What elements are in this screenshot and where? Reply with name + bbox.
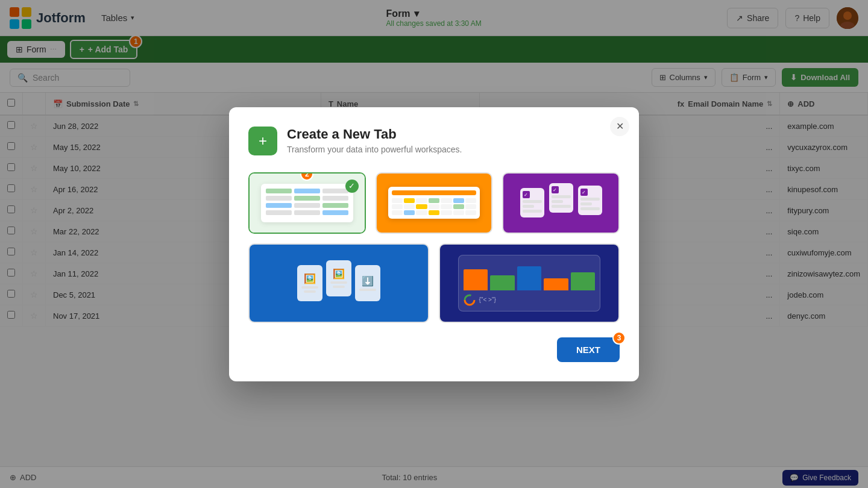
option-uploads-label: Uploads (250, 322, 428, 323)
report-inner: {"< >"} (458, 255, 601, 311)
cal-grid (392, 198, 477, 215)
preview-cell (294, 203, 320, 208)
preview-cell (322, 203, 348, 208)
modal-overlay[interactable]: + Create a New Tab Transform your data i… (0, 0, 868, 488)
calendar-preview-inner (388, 187, 480, 219)
bar-5 (571, 272, 596, 290)
option-calendar-label: Calendar (377, 233, 492, 234)
preview-cell (266, 203, 292, 208)
bar-1 (464, 269, 488, 290)
preview-cell (266, 210, 292, 215)
preview-cell (294, 210, 320, 215)
option-table-label: Table (250, 233, 365, 234)
modal-header: + Create a New Tab Transform your data i… (248, 127, 620, 155)
card-mini-3: ✓ (578, 186, 602, 215)
option-uploads[interactable]: 🖼️ 🖼️ ⬇️ Uploads (248, 243, 429, 323)
modal-title-group: Create a New Tab Transform your data int… (287, 127, 462, 154)
option-calendar[interactable]: Calendar (376, 172, 493, 234)
option-cards[interactable]: ✓ ✓ (502, 172, 620, 234)
calendar-preview (377, 174, 492, 233)
options-grid-row1: ✓ 2 Table (248, 172, 620, 234)
bar-4 (544, 278, 568, 290)
chart-bars (464, 260, 596, 290)
option-reports-label: Reports (440, 322, 618, 323)
modal-close-button[interactable]: ✕ (610, 117, 629, 136)
uploads-preview: 🖼️ 🖼️ ⬇️ (250, 245, 428, 322)
card-mini-1: ✓ (520, 188, 544, 217)
upload-card-2: 🖼️ (326, 260, 351, 296)
code-tag: {"< >"} (479, 296, 496, 303)
preview-cell (322, 189, 348, 193)
badge-3: 3 (612, 331, 626, 345)
bar-2 (490, 275, 515, 290)
card-mini-2: ✓ (549, 183, 573, 213)
cards-preview: ✓ ✓ (503, 174, 618, 233)
cal-header (392, 190, 477, 195)
reports-preview: {"< >"} (440, 245, 618, 322)
preview-cell (322, 196, 348, 201)
chart-legend: {"< >"} (464, 294, 596, 306)
upload-card-1: 🖼️ (297, 265, 322, 301)
bar-3 (517, 266, 542, 290)
preview-cell (266, 196, 292, 201)
option-reports[interactable]: {"< >"} Reports (439, 243, 620, 323)
options-grid-row2: 🖼️ 🖼️ ⬇️ Uploads (248, 243, 620, 323)
modal-title: Create a New Tab (287, 127, 462, 142)
modal-subtitle: Transform your data into powerful worksp… (287, 145, 462, 154)
create-tab-modal: + Create a New Tab Transform your data i… (229, 107, 639, 381)
modal-icon: + (248, 127, 277, 155)
pie-chart-icon (464, 294, 476, 306)
next-label: NEXT (576, 345, 600, 355)
table-preview-inner (261, 184, 353, 222)
preview-cell (294, 189, 320, 193)
next-button[interactable]: NEXT 3 (557, 337, 620, 362)
option-cards-label: Cards (503, 233, 618, 234)
option-table[interactable]: ✓ 2 Table (248, 172, 366, 234)
modal-footer: NEXT 3 (248, 337, 620, 362)
selected-checkmark: ✓ (345, 180, 359, 193)
preview-cell (294, 196, 320, 201)
upload-card-3: ⬇️ (355, 265, 380, 301)
preview-cell (322, 210, 348, 215)
preview-cell (266, 189, 292, 193)
